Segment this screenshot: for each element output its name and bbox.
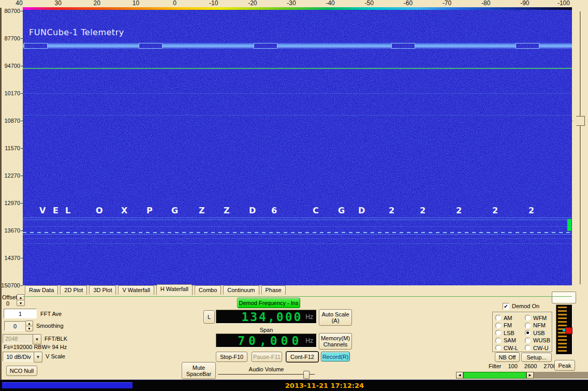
view-tabs: Raw Data2D Plot3D PlotV WaterfallH Water… — [25, 285, 286, 296]
mode-radio[interactable]: AM — [495, 314, 512, 321]
view-tab[interactable]: V Waterfall — [118, 285, 154, 295]
decoded-letter: 2 — [456, 206, 462, 215]
db-tick-label: 20 — [86, 0, 107, 7]
waterfall-display[interactable]: FUNCube-1 Telemetry VELOXPGZZD6CGD22222 — [23, 10, 572, 285]
mode-radio[interactable]: NFM — [525, 322, 546, 329]
pause-button[interactable]: Pause-F11 — [252, 352, 282, 362]
radio-label: WUSB — [533, 337, 550, 343]
mode-radio[interactable]: WUSB — [525, 337, 550, 344]
filter-values-row: Filter10026002700 — [489, 363, 556, 369]
meter-slider-handle[interactable] — [565, 327, 572, 334]
lock-button[interactable]: L — [203, 310, 215, 324]
fft-blk-dropdown-icon[interactable] — [33, 334, 41, 344]
signal-line — [23, 232, 572, 233]
sample-rate-info: Fs=192000 RBW= 94 Hz — [4, 344, 67, 350]
mute-button[interactable]: Mute SpaceBar — [182, 362, 216, 379]
status-bar: 2013-11-21 17:12:24 — [0, 380, 588, 391]
decoded-letter: G — [171, 206, 178, 215]
db-tick-label: -20 — [242, 0, 263, 7]
nco-null-button[interactable]: NCO Null — [6, 366, 37, 376]
vertical-slider-track[interactable] — [580, 11, 581, 284]
decoded-letter: E — [53, 206, 58, 215]
frequency-unit: Hz — [305, 313, 313, 321]
mode-radio[interactable]: SAM — [495, 337, 516, 344]
audio-volume-slider-track[interactable] — [218, 374, 315, 375]
db-tick-label: 0 — [165, 0, 185, 7]
frequency-display[interactable]: 134,000 Hz — [216, 310, 317, 324]
signal-line — [23, 220, 572, 220]
meter-level-tick — [563, 329, 565, 331]
db-tick-label: 30 — [48, 0, 68, 7]
fft-ave-input[interactable]: 1 — [4, 309, 37, 318]
frequency-tick-row: 13670 — [0, 227, 23, 234]
view-tab[interactable]: 3D Plot — [89, 285, 116, 295]
mode-radio[interactable]: WFM — [525, 314, 547, 321]
db-tick-label: 40 — [9, 0, 30, 7]
mode-radio[interactable]: CW-U — [525, 344, 549, 351]
frequency-tick-label: 12270 — [4, 172, 20, 179]
frequency-tick-label: 10170 — [4, 90, 20, 96]
radio-icon — [525, 330, 531, 336]
smoothing-input[interactable]: 0 — [4, 321, 26, 331]
signal-line — [23, 115, 572, 115]
v-scale-dropdown-icon[interactable] — [34, 352, 42, 363]
auto-scale-button[interactable]: Auto Scale (A) — [319, 309, 352, 326]
view-tab[interactable]: Combo — [195, 285, 221, 295]
setup-button[interactable]: Setup... — [521, 353, 552, 362]
decoded-letter: C — [313, 206, 319, 215]
frequency-tick-row: 94700 — [0, 63, 23, 69]
view-tab[interactable]: Continuum — [223, 285, 259, 295]
memory-line2: Channels — [324, 341, 347, 347]
mode-radio[interactable]: USB — [525, 329, 545, 336]
signal-gap-outline — [391, 43, 415, 49]
frequency-tick-row: 150700 — [0, 282, 23, 288]
mute-line2: SpaceBar — [186, 371, 211, 377]
frequency-tick-label: 14370 — [4, 255, 20, 261]
v-scale-label: V Scale — [46, 353, 65, 359]
signal-line — [23, 68, 572, 69]
decoded-letter: Z — [224, 206, 230, 215]
scrollbar-left-arrow-icon[interactable] — [456, 372, 463, 379]
span-label: Span — [216, 327, 317, 333]
smoothing-spin-down[interactable] — [25, 326, 33, 331]
vertical-slider-handle[interactable] — [572, 116, 585, 126]
decoded-letter: 2 — [492, 206, 498, 215]
progress-bar — [2, 382, 133, 388]
v-scale-select[interactable]: 10 dB/Div — [3, 352, 35, 361]
offset-label: Offset — [2, 294, 17, 300]
stop-button[interactable]: Stop-F10 — [216, 352, 247, 362]
radio-label: USB — [533, 330, 545, 336]
db-tick-label: -70 — [437, 0, 458, 7]
radio-icon — [525, 315, 531, 321]
radio-icon — [495, 315, 501, 321]
db-tick-label: -80 — [476, 0, 496, 7]
continue-button[interactable]: Cont-F12 — [286, 352, 318, 362]
offset-spin-down[interactable] — [17, 300, 25, 306]
audio-volume-slider-thumb[interactable] — [303, 371, 310, 379]
peak-button[interactable]: Peak — [554, 360, 575, 371]
record-button[interactable]: Record(R) — [321, 352, 350, 361]
nb-off-button[interactable]: NB Off — [495, 352, 520, 362]
scrollbar-right-arrow-icon[interactable] — [526, 372, 534, 379]
mode-radio[interactable]: FM — [495, 322, 512, 329]
span-display[interactable]: 70,000 Hz — [216, 334, 317, 347]
db-tick-label: -50 — [359, 0, 379, 7]
memory-channels-button[interactable]: Memory(M) Channels — [319, 333, 352, 350]
decoded-letter: X — [121, 206, 127, 215]
demod-frequency-button[interactable]: Demod Frequency - Ins — [237, 298, 300, 308]
span-digits: 70,000 — [238, 334, 302, 347]
mode-radio[interactable]: LSB — [495, 329, 514, 336]
frequency-tick-row: 12970 — [0, 200, 23, 206]
audio-volume-label: Audio Volume — [218, 366, 315, 372]
view-tab[interactable]: H Waterfall — [156, 284, 193, 295]
fft-blk-select[interactable]: 2048 — [3, 334, 36, 343]
demod-on-checkbox[interactable] — [503, 303, 509, 310]
frequency-tick-label: 12970 — [4, 200, 20, 206]
mode-radio[interactable]: CW-L — [495, 344, 518, 351]
view-tab[interactable]: Raw Data — [25, 285, 58, 295]
horizontal-scrollbar-thumb[interactable] — [463, 372, 526, 379]
signal-line — [23, 226, 572, 227]
radio-icon — [495, 345, 501, 351]
view-tab[interactable]: 2D Plot — [60, 285, 87, 295]
view-tab[interactable]: Phase — [261, 285, 286, 295]
